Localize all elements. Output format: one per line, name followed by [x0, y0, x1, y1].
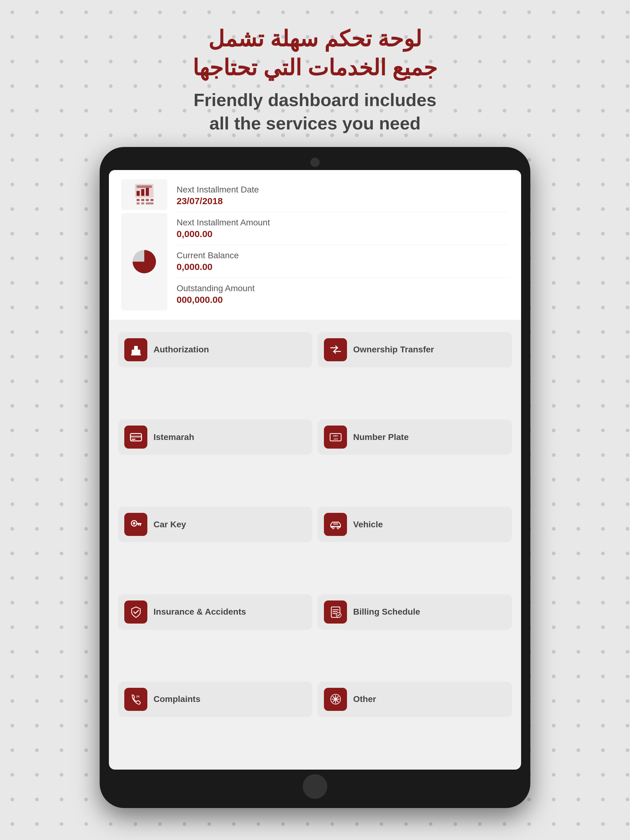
car-key-icon-box [124, 513, 147, 536]
tablet-camera [310, 158, 320, 167]
complaints-icon-box: 24 [124, 688, 147, 711]
svg-rect-6 [141, 199, 144, 201]
tablet-home-button[interactable] [303, 774, 327, 799]
svg-rect-26 [140, 524, 141, 526]
svg-point-24 [133, 522, 135, 524]
service-number-plate[interactable]: ABC 123 Number Plate [318, 419, 512, 455]
svg-rect-17 [130, 436, 141, 437]
authorization-label: Authorization [154, 345, 209, 355]
fin-icons [121, 179, 177, 311]
outstanding-row: Outstanding Amount 000,000.00 [177, 278, 509, 311]
svg-point-31 [332, 527, 334, 529]
financial-section: Next Installment Date 23/07/2018 Next In… [109, 170, 521, 320]
service-insurance[interactable]: Insurance & Accidents [118, 594, 312, 630]
installment-date-value: 23/07/2018 [177, 196, 509, 206]
svg-rect-33 [333, 523, 338, 525]
balance-row: Current Balance 0,000.00 [177, 245, 509, 278]
page-header: لوحة تحكم سهلة تشمل جميع الخدمات التي تح… [193, 25, 437, 135]
svg-text:123: 123 [334, 437, 338, 440]
svg-rect-36 [332, 611, 337, 612]
key-icon [129, 518, 143, 531]
installment-amount-row: Next Installment Amount 0,000.00 [177, 212, 509, 245]
svg-text:24: 24 [136, 695, 139, 698]
svg-rect-25 [136, 523, 141, 524]
svg-rect-35 [332, 609, 339, 610]
transfer-icon [329, 343, 342, 356]
istemarah-label: Istemarah [154, 432, 194, 442]
car-icon [329, 518, 342, 531]
svg-rect-27 [138, 524, 139, 526]
service-billing[interactable]: Billing Schedule [318, 594, 512, 630]
balance-label: Current Balance [177, 251, 509, 261]
billing-icon-box [324, 600, 347, 624]
vehicle-label: Vehicle [353, 519, 383, 529]
other-label: Other [353, 694, 376, 704]
service-istemarah[interactable]: Istemarah [118, 419, 312, 455]
stamp-icon [129, 343, 143, 356]
service-authorization[interactable]: Authorization [118, 332, 312, 368]
shield-icon [129, 605, 143, 619]
installment-date-row: Next Installment Date 23/07/2018 [177, 179, 509, 212]
service-other[interactable]: Other [318, 682, 512, 717]
pie-chart-icon-box [121, 213, 167, 311]
billing-label: Billing Schedule [353, 607, 420, 617]
calculator-icon [132, 182, 157, 207]
insurance-label: Insurance & Accidents [154, 607, 246, 617]
svg-rect-18 [131, 439, 135, 440]
car-key-label: Car Key [154, 519, 186, 529]
pie-chart-icon [130, 248, 158, 275]
svg-rect-10 [141, 202, 144, 204]
screen-content: Next Installment Date 23/07/2018 Next In… [109, 170, 521, 770]
number-plate-icon-box: ABC 123 [324, 426, 347, 448]
service-car-key[interactable]: Car Key [118, 507, 312, 542]
installment-amount-value: 0,000.00 [177, 229, 509, 239]
tablet-screen: Next Installment Date 23/07/2018 Next In… [109, 170, 521, 770]
svg-rect-4 [146, 188, 149, 196]
other-icon-box [324, 688, 347, 711]
plate-icon: ABC 123 [329, 431, 342, 444]
svg-rect-19 [131, 440, 134, 441]
service-ownership-transfer[interactable]: Ownership Transfer [318, 332, 512, 368]
svg-text:ABC: ABC [333, 434, 339, 437]
svg-rect-2 [136, 191, 140, 196]
phone24-icon: 24 [129, 692, 143, 706]
financial-data: Next Installment Date 23/07/2018 Next In… [177, 179, 509, 311]
svg-rect-1 [136, 185, 152, 188]
asterisk-icon [329, 692, 342, 706]
svg-rect-9 [136, 202, 140, 204]
arabic-title: لوحة تحكم سهلة تشمل جميع الخدمات التي تح… [193, 25, 437, 82]
calculator-icon-box [121, 179, 167, 210]
insurance-icon-box [124, 600, 147, 624]
service-complaints[interactable]: 24 Complaints [118, 682, 312, 717]
ownership-transfer-label: Ownership Transfer [353, 345, 434, 355]
card-icon [129, 431, 143, 444]
istemarah-icon-box [124, 426, 147, 448]
svg-point-38 [336, 613, 341, 617]
tablet-device: Next Installment Date 23/07/2018 Next In… [100, 147, 530, 808]
authorization-icon-box [124, 338, 147, 361]
number-plate-label: Number Plate [353, 432, 409, 442]
svg-rect-3 [141, 189, 144, 196]
svg-rect-15 [131, 354, 141, 355]
svg-rect-13 [131, 350, 140, 355]
svg-rect-8 [150, 199, 154, 201]
svg-rect-11 [146, 202, 154, 204]
svg-rect-37 [332, 613, 336, 614]
service-vehicle[interactable]: Vehicle [318, 507, 512, 542]
svg-point-32 [337, 527, 339, 529]
installment-date-label: Next Installment Date [177, 185, 509, 195]
complaints-label: Complaints [154, 694, 200, 704]
english-subtitle: Friendly dashboard includes all the serv… [193, 88, 437, 135]
services-grid: Authorization Ownership Transfer [109, 326, 521, 770]
vehicle-icon-box [324, 513, 347, 536]
svg-rect-14 [134, 346, 138, 350]
billing-icon [329, 605, 342, 619]
svg-rect-7 [146, 199, 149, 201]
outstanding-label: Outstanding Amount [177, 284, 509, 293]
balance-value: 0,000.00 [177, 262, 509, 272]
svg-rect-5 [136, 199, 140, 201]
installment-amount-label: Next Installment Amount [177, 218, 509, 227]
ownership-transfer-icon-box [324, 338, 347, 361]
outstanding-value: 000,000.00 [177, 295, 509, 305]
